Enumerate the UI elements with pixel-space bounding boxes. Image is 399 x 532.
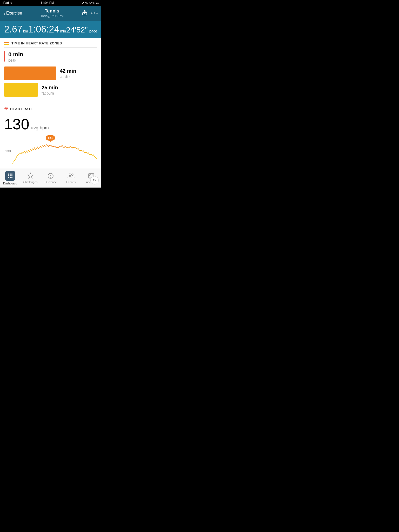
fatburn-value: 25 min (42, 85, 58, 91)
svg-rect-10 (11, 177, 12, 178)
friends-icon (67, 172, 75, 179)
tab-friends[interactable]: Friends (61, 172, 81, 184)
zone-fatburn-row: 25 min fat burn (4, 83, 97, 97)
chart-svg-area: 151 (12, 135, 97, 167)
avg-bpm-row: 130 avg bpm (4, 117, 97, 132)
svg-point-19 (71, 174, 73, 176)
peak-value: 0 min (8, 51, 23, 58)
nav-actions (82, 9, 98, 17)
challenges-icon (27, 172, 34, 179)
tab-guidance[interactable]: Guidance (41, 172, 61, 184)
wifi-icon: ∿ (10, 1, 13, 5)
share-button[interactable] (82, 9, 88, 17)
status-bar: iPad ∿ 11:04 PM ↗ ℡ 64% ▭ (0, 0, 101, 6)
back-label: Exercise (6, 11, 22, 16)
zones-title: TIME IN HEART RATE ZONES (11, 41, 62, 45)
workout-title: Tennis (40, 8, 63, 14)
cardio-value: 42 min (60, 68, 76, 74)
nav-title-block: Tennis Today, 7:06 PM (40, 8, 63, 18)
dashboard-icon (5, 171, 15, 181)
dot1 (91, 12, 92, 14)
bluetooth-icon: ℡ (85, 1, 88, 5)
location-icon: ↗ (82, 1, 84, 5)
duration-unit: min (60, 29, 66, 33)
stripe-bottom (4, 44, 9, 45)
status-time: 11:04 PM (41, 1, 54, 5)
peak-label: peak (8, 58, 23, 62)
cardio-label: cardio (60, 75, 76, 79)
svg-rect-9 (10, 177, 11, 178)
dot2 (94, 12, 95, 14)
heart-rate-section: ❤ HEART RATE 130 avg bpm 130 151 (0, 103, 101, 169)
friends-label: Friends (66, 181, 76, 184)
distance-value: 2.67 (4, 25, 22, 34)
dashboard-label: Dashboard (3, 182, 17, 185)
svg-rect-7 (11, 175, 12, 176)
heart-rate-zones-section: TIME IN HEART RATE ZONES 0 min peak 42 m… (0, 38, 101, 103)
heart-rate-chart: 130 151 (4, 135, 97, 167)
zone-peak-row: 0 min peak (4, 51, 97, 62)
status-right: ↗ ℡ 64% ▭ (82, 1, 99, 5)
more-options-button[interactable] (91, 12, 98, 14)
workout-date: Today, 7:06 PM (40, 14, 63, 18)
fatburn-bar (4, 83, 38, 97)
stripe-top (4, 42, 9, 43)
peak-bar (4, 51, 5, 62)
fatburn-label: fat burn (42, 91, 58, 95)
tooltip-badge: 151 (46, 135, 55, 141)
tab-dashboard[interactable]: Dashboard (0, 171, 20, 185)
duration-stat: 1:06:24 min (28, 25, 66, 34)
stats-bar: 2.67 km 1:06:24 min 24'52" pace (0, 21, 101, 38)
back-chevron-icon: ‹ (4, 11, 5, 16)
hr-title: HEART RATE (10, 107, 33, 111)
svg-rect-2 (8, 174, 9, 175)
svg-rect-5 (8, 175, 9, 176)
distance-stat: 2.67 km (4, 25, 28, 34)
nav-header: ‹ Exercise Tennis Today, 7:06 PM (0, 6, 101, 21)
svg-marker-11 (28, 173, 33, 178)
zones-section-header: TIME IN HEART RATE ZONES (4, 41, 97, 48)
heart-icon: ❤ (4, 106, 8, 112)
status-left: iPad ∿ (3, 1, 13, 5)
chart-y-label: 130 (5, 149, 11, 153)
guidance-icon (47, 172, 54, 179)
fatburn-text: 25 min fat burn (42, 85, 58, 95)
guidance-label: Guidance (44, 181, 57, 184)
back-button[interactable]: ‹ Exercise (4, 11, 22, 16)
battery-icon: ▭ (96, 1, 99, 5)
challenges-label: Challenges (23, 181, 37, 184)
tab-challenges[interactable]: Challenges (20, 172, 41, 184)
zoom-label: 1X (93, 179, 96, 182)
svg-rect-4 (11, 174, 12, 175)
zoom-badge[interactable]: 1X (90, 176, 99, 184)
svg-point-13 (50, 175, 51, 176)
avg-bpm-value: 130 (4, 117, 29, 132)
cardio-text: 42 min cardio (60, 68, 76, 79)
peak-text: 0 min peak (8, 51, 23, 62)
zone-cardio-row: 42 min cardio (4, 66, 97, 80)
duration-value: 1:06:24 (28, 25, 59, 34)
svg-rect-8 (8, 177, 9, 178)
zones-icon (4, 42, 9, 45)
main-content: TIME IN HEART RATE ZONES 0 min peak 42 m… (0, 38, 101, 169)
svg-point-21 (89, 175, 91, 176)
distance-unit: km (23, 29, 28, 33)
pace-stat: 24'52" pace (66, 26, 97, 34)
dot3 (96, 12, 98, 14)
svg-point-18 (69, 174, 71, 176)
svg-rect-3 (10, 174, 11, 175)
device-label: iPad (3, 1, 9, 5)
hr-section-header: ❤ HEART RATE (4, 106, 97, 114)
avg-bpm-label: avg bpm (31, 125, 49, 131)
battery-level: 64% (89, 1, 95, 4)
pace-value: 24'52" (66, 26, 88, 34)
pace-unit: pace (89, 29, 97, 33)
cardio-bar (4, 66, 56, 80)
heart-rate-svg (12, 135, 97, 167)
tab-bar: Dashboard Challenges Guidance (0, 169, 101, 188)
svg-rect-6 (10, 175, 11, 176)
